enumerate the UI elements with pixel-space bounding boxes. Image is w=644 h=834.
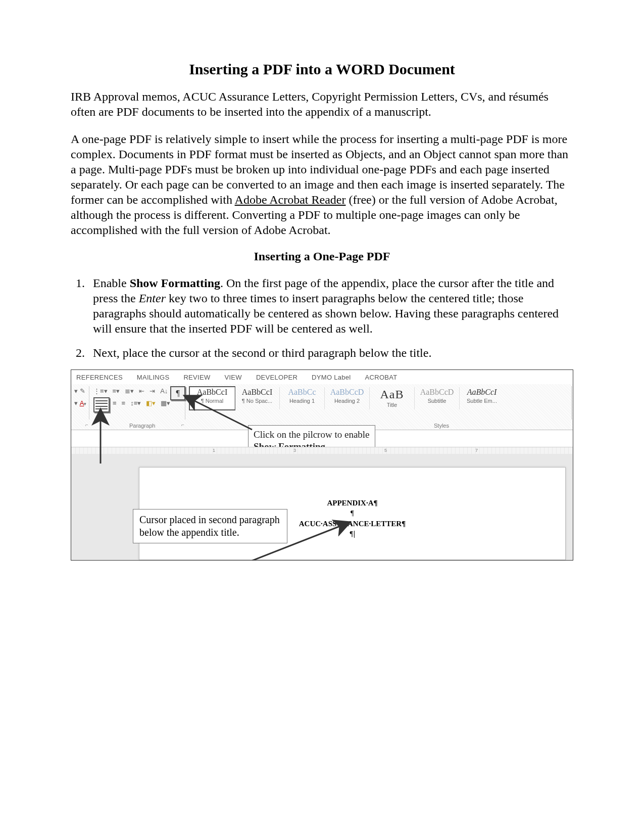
step1-italic: Enter: [139, 292, 166, 305]
tab-acrobat[interactable]: ACROBAT: [365, 374, 398, 381]
tab-review[interactable]: REVIEW: [183, 374, 210, 381]
intro-paragraph-1: IRB Approval memos, ACUC Assurance Lette…: [71, 89, 573, 119]
pilcrow-button[interactable]: ¶: [170, 386, 185, 400]
intro-paragraph-2: A one-page PDF is relatively simple to i…: [71, 131, 573, 238]
dropdown-icon[interactable]: ▾: [74, 399, 78, 407]
font-icons-row1: ▾ ✎: [74, 387, 85, 395]
align-right-icon[interactable]: ≡: [122, 399, 126, 407]
ribbon-separator: [571, 386, 572, 420]
style-name: ¶ No Spac...: [239, 398, 275, 404]
style-preview: AaBbCc: [284, 388, 320, 396]
ruler-mark: 7: [475, 448, 478, 453]
section-heading: Inserting a One-Page PDF: [71, 250, 573, 263]
multilevel-icon[interactable]: ≣▾: [125, 387, 134, 395]
style-name: Heading 1: [284, 398, 320, 404]
bullets-icon[interactable]: ⋮≡▾: [93, 387, 108, 395]
style-no-spacing[interactable]: AaBbCcI ¶ No Spac...: [234, 387, 279, 409]
tab-view[interactable]: VIEW: [224, 374, 241, 381]
document-area: APPENDIX·A¶ ¶ ACUC·ASSURANCE·LETTER¶ ¶: [71, 454, 573, 560]
font-color-icon[interactable]: A: [80, 399, 84, 407]
paragraph-icons-row1: ⋮≡▾ ≡▾ ≣▾ ⇤ ⇥ A↓: [93, 387, 179, 395]
steps-list: Enable Show Formatting. On the first pag…: [71, 275, 573, 360]
ribbon-separator: [89, 386, 89, 420]
style-preview: AaBbCcI: [464, 388, 500, 396]
ribbon-tabs: REFERENCES MAILINGS REVIEW VIEW DEVELOPE…: [71, 370, 573, 385]
style-title[interactable]: AaB Title: [369, 387, 414, 409]
style-preview: AaBbCcI: [239, 388, 275, 396]
style-preview: AaBbCcD: [329, 388, 365, 396]
step-2: Next, place the cursor at the second or …: [88, 345, 573, 360]
dropdown-icon[interactable]: ▾: [74, 387, 78, 395]
dialog-launcher-icon[interactable]: ⌐: [181, 422, 184, 428]
callout1-text-a: Click on the pilcrow to enable: [254, 429, 370, 440]
style-name: Subtitle: [419, 398, 455, 404]
style-heading1[interactable]: AaBbCc Heading 1: [279, 387, 324, 409]
doc-line-1: APPENDIX·A¶: [139, 498, 565, 508]
style-subtle-emphasis[interactable]: AaBbCcI Subtle Em...: [459, 387, 504, 409]
style-name: Heading 2: [329, 398, 365, 404]
callout-cursor: Cursor placed in second paragraph below …: [133, 509, 287, 543]
style-name: ¶ Normal: [194, 398, 230, 404]
styles-gallery[interactable]: AaBbCcI ¶ Normal AaBbCcI ¶ No Spac... Aa…: [190, 387, 571, 409]
style-normal[interactable]: AaBbCcI ¶ Normal: [190, 387, 234, 409]
ruler-mark: 5: [384, 448, 387, 453]
doc-line-4-text: ¶: [350, 530, 354, 538]
step-1: Enable Show Formatting. On the first pag…: [88, 275, 573, 336]
style-name: Subtle Em...: [464, 398, 500, 404]
step1-bold: Show Formatting: [130, 276, 220, 290]
sort-icon[interactable]: A↓: [160, 387, 168, 395]
style-heading2[interactable]: AaBbCcD Heading 2: [324, 387, 369, 409]
page-title: Inserting a PDF into a WORD Document: [71, 61, 573, 78]
dialog-launcher-icon[interactable]: ⌐: [85, 422, 88, 428]
group-label-paragraph: Paragraph: [129, 423, 155, 429]
step1-a: Enable: [93, 276, 130, 290]
borders-icon[interactable]: ▦▾: [161, 399, 170, 407]
font-icons-row2: ▾ A▾: [74, 399, 86, 407]
ruler-mark: 3: [293, 448, 296, 453]
style-preview: AaB: [374, 388, 410, 400]
align-center-icon[interactable]: ≡: [113, 399, 117, 407]
style-preview: AaBbCcD: [419, 388, 455, 396]
style-subtitle[interactable]: AaBbCcD Subtitle: [414, 387, 459, 409]
tab-mailings[interactable]: MAILINGS: [137, 374, 170, 381]
adobe-reader-link[interactable]: Adobe Acrobat Reader: [235, 193, 346, 206]
format-painter-icon[interactable]: ✎: [80, 387, 85, 395]
tab-references[interactable]: REFERENCES: [76, 374, 123, 381]
tab-developer[interactable]: DEVELOPER: [256, 374, 298, 381]
numbering-icon[interactable]: ≡▾: [113, 387, 120, 395]
text-cursor: [354, 531, 355, 538]
decrease-indent-icon[interactable]: ⇤: [139, 387, 144, 395]
ribbon: ▾ ✎ ▾ A▾ ⋮≡▾ ≡▾ ≣▾ ⇤ ⇥ A↓ ≡ ≡ ↕≡▾ ◧▾ ▦▾ …: [71, 384, 573, 430]
tab-dymo[interactable]: DYMO Label: [312, 374, 351, 381]
increase-indent-icon[interactable]: ⇥: [150, 387, 155, 395]
ruler-mark: 1: [213, 448, 215, 453]
shading-icon[interactable]: ◧▾: [146, 399, 156, 407]
line-spacing-icon[interactable]: ↕≡▾: [130, 399, 141, 407]
group-label-styles: Styles: [434, 423, 449, 429]
style-preview: AaBbCcI: [194, 388, 230, 396]
align-justify-button[interactable]: [93, 397, 110, 412]
style-name: Title: [374, 402, 410, 408]
